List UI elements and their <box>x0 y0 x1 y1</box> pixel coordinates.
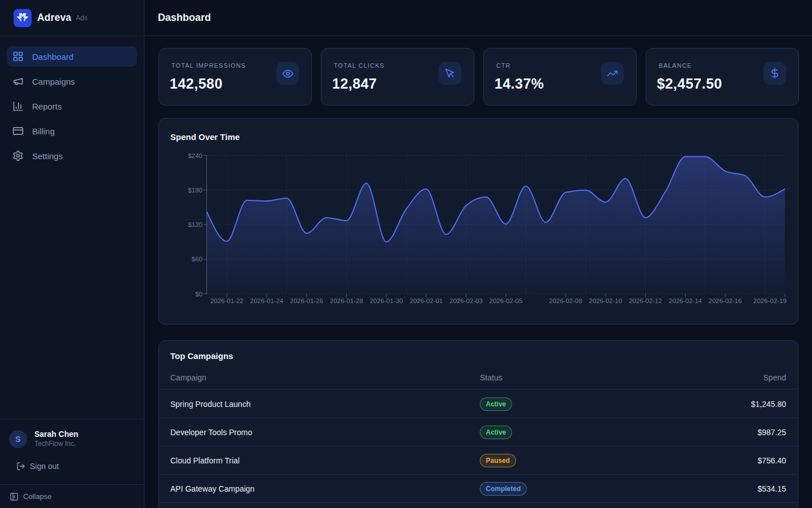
svg-text:2026-01-22: 2026-01-22 <box>210 297 244 304</box>
svg-text:$180: $180 <box>188 187 202 194</box>
svg-text:2026-02-10: 2026-02-10 <box>589 297 622 304</box>
svg-text:2026-02-08: 2026-02-08 <box>549 297 582 304</box>
svg-text:2026-01-30: 2026-01-30 <box>370 297 403 304</box>
svg-text:2026-01-24: 2026-01-24 <box>250 297 284 304</box>
svg-text:$0: $0 <box>195 291 202 297</box>
svg-text:2026-01-28: 2026-01-28 <box>330 297 363 304</box>
svg-text:2026-02-14: 2026-02-14 <box>669 297 702 304</box>
svg-text:2026-02-01: 2026-02-01 <box>409 297 443 304</box>
svg-text:$60: $60 <box>192 256 202 262</box>
svg-text:2026-02-16: 2026-02-16 <box>709 297 742 304</box>
svg-text:2026-02-05: 2026-02-05 <box>489 297 523 304</box>
svg-text:2026-02-12: 2026-02-12 <box>629 297 662 304</box>
svg-text:$240: $240 <box>188 152 202 159</box>
svg-text:$120: $120 <box>188 221 202 228</box>
svg-text:2026-02-03: 2026-02-03 <box>449 297 483 304</box>
svg-text:2026-01-26: 2026-01-26 <box>290 297 323 304</box>
svg-text:2026-02-19: 2026-02-19 <box>753 297 787 304</box>
